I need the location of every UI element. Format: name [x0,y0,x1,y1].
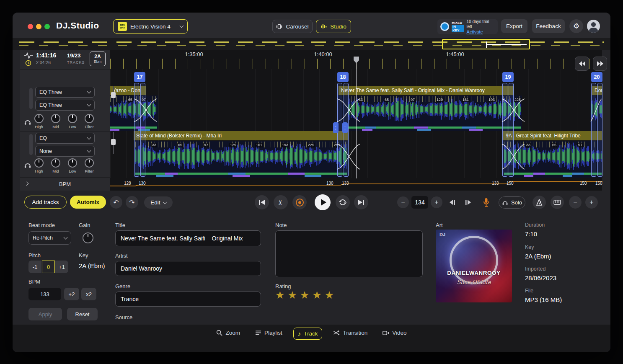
tab-track[interactable]: ♪ Track [293,328,323,340]
nudge-forward-button[interactable] [463,198,473,207]
redo-button[interactable]: ↷ [126,196,138,209]
album-art[interactable]: DJ DANIELWANROOY Slice Of Life [436,230,512,302]
deck-a-cue-headphones-icon[interactable] [24,119,31,125]
deck-b-effect-slot-1[interactable]: EQ [35,133,95,144]
jump-forward-button[interactable] [593,57,607,71]
play-button[interactable] [315,194,331,210]
mix-overview-minimap[interactable] [13,38,610,50]
transition-17[interactable]: 17 [134,72,146,177]
beat-marker: 225 [307,143,315,147]
genre-input[interactable]: Trance [115,292,261,307]
nudge-back-button[interactable] [447,198,457,207]
note-textarea[interactable] [275,230,423,277]
user-avatar[interactable] [587,20,600,33]
timeline[interactable]: 1:35:00 1:40:00 1:45:00 Yazoo - Don Neve… [110,50,602,191]
metronome-button[interactable] [533,196,546,209]
jump-back-button[interactable] [575,57,589,71]
edit-menu-button[interactable]: Edit [144,196,173,209]
title-input[interactable]: Never The Same feat. Sally Saifi – Origi… [115,230,261,246]
activate-link[interactable]: Activate [467,29,495,34]
loop-button[interactable] [336,195,350,209]
tab-transition[interactable]: Transition [329,328,372,338]
tab-zoom[interactable]: Zoom [212,328,244,338]
transition-20[interactable]: 20 [591,72,603,177]
clip-title-never-the-same[interactable]: Never The Same feat. Sally Saifi - Origi… [339,86,514,95]
artist-input[interactable]: Daniel Wanrooy [115,261,261,276]
transition-drag-handle[interactable]: ⋮ [342,122,348,133]
deck-b-volume-fader[interactable] [111,139,116,145]
keyboard-shortcuts-button[interactable] [551,196,564,209]
mik-brand-top: MIXED [452,21,464,25]
deck-a-scroll-strip[interactable] [29,88,33,109]
minimap-viewport-selection[interactable] [442,39,530,49]
bpm-plus2-button[interactable]: +2 [64,288,79,300]
export-button[interactable]: Export [501,19,527,33]
zoom-in-button[interactable]: + [585,196,598,209]
deck-a-effect-slot-1[interactable]: EQ Three [35,87,95,98]
track-bpm-display[interactable]: 133 [28,288,61,300]
undo-button[interactable]: ↶ [110,196,122,209]
tempo-increase-button[interactable]: + [431,196,442,208]
deck-a-mid-knob[interactable] [51,114,60,123]
transition-number-badge[interactable]: 20 [591,72,602,82]
deck-b-high-knob[interactable] [34,158,44,168]
deck-a-high-knob[interactable] [34,114,44,123]
carousel-view-button[interactable]: Carousel [272,20,313,33]
pitch-minus-button[interactable]: -1 [28,261,41,273]
studio-view-button[interactable]: Studio [316,20,351,33]
deck-b-scroll-strip[interactable] [29,134,33,155]
transition-drag-handle[interactable]: ⋮ [333,122,339,133]
split-track-button[interactable]: ✂ [274,195,288,209]
rating-stars[interactable]: ★★★★★ [275,289,337,301]
deck-b-filter-knob[interactable] [85,158,94,168]
star-icon[interactable]: ★ [325,289,334,301]
clip-title-great-spirit[interactable]: 9A - Great Spirit feat. Hilight Tribe [503,131,602,140]
pitch-record-button[interactable] [482,197,490,208]
beat-mode-select[interactable]: Re-Pitch [28,231,71,245]
deck-b-cue-headphones-icon[interactable] [24,162,31,168]
deck-a-filter-knob[interactable] [85,114,94,123]
master-tempo-display[interactable]: 134 [411,196,428,209]
reset-button[interactable]: Reset [67,308,98,320]
tempo-decrease-button[interactable]: − [397,196,409,208]
transition-number-badge[interactable]: 17 [134,72,145,82]
pitch-plus-button[interactable]: +1 [55,261,68,273]
bpm-x2-button[interactable]: x2 [81,288,96,300]
maximize-window-button[interactable] [44,24,50,29]
tab-video[interactable]: Video [378,328,411,338]
star-icon[interactable]: ★ [287,289,297,301]
feedback-button[interactable]: Feedback [532,19,565,33]
apply-button[interactable]: Apply [28,308,62,320]
mix-selector-dropdown[interactable]: MP3WAV Electric Vision 4 [113,19,188,34]
tab-playlist[interactable]: Playlist [251,328,287,338]
studio-label: Studio [330,23,346,30]
automix-button[interactable]: Automix [70,196,106,209]
deck-a-volume-fader[interactable] [111,92,116,98]
deck-b-low-knob[interactable] [68,158,77,168]
crossfade-curve [336,142,361,171]
clip-title-state-of-mind[interactable]: State of Mind (Bolster Remix) - Mha Iri [134,131,348,140]
add-tracks-button[interactable]: Add tracks [24,196,67,209]
star-icon[interactable]: ★ [275,289,284,301]
transition-number-badge[interactable]: 18 [337,72,349,82]
gear-icon: ⚙ [573,22,579,31]
minimize-window-button[interactable] [36,24,41,29]
solo-button[interactable]: Solo [499,196,525,209]
star-icon[interactable]: ★ [312,289,321,301]
transition-number-badge[interactable]: 19 [502,72,514,82]
close-window-button[interactable] [28,24,33,29]
gain-knob[interactable] [83,232,93,243]
deck-b-effect-slot-2[interactable]: None [35,146,95,157]
record-button[interactable] [292,195,307,209]
star-icon[interactable]: ★ [300,289,309,301]
deck-b-mid-knob[interactable] [51,158,60,168]
zoom-out-button[interactable]: − [569,196,582,209]
mixed-in-key-widget[interactable]: MIXED IN KEY 10 days trial left Activate [437,19,498,34]
deck-a-effect-slot-2[interactable]: EQ Three [35,100,95,111]
skip-to-start-button[interactable] [255,195,269,209]
deck-a-low-knob[interactable] [68,114,77,123]
settings-button[interactable]: ⚙ [569,19,583,33]
pitch-zero-button[interactable]: 0 [42,261,55,273]
bpm-automation-line[interactable] [110,178,602,189]
skip-to-end-button[interactable] [354,195,368,209]
